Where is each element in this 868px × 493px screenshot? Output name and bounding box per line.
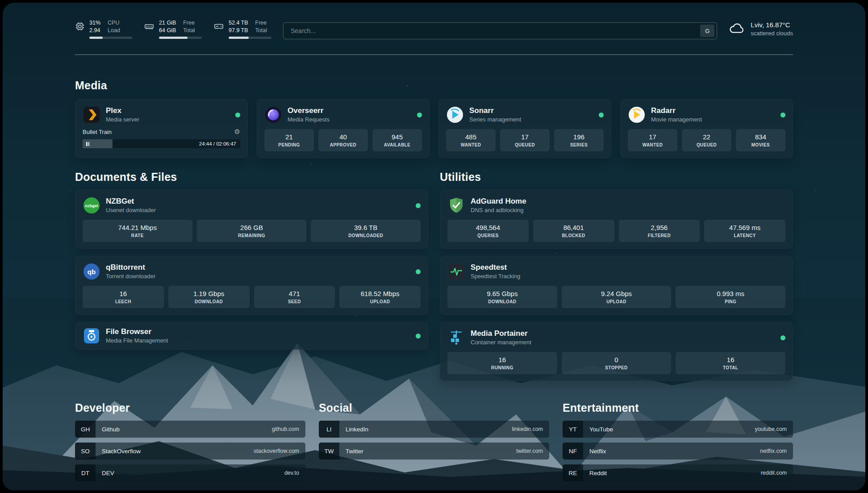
service-description: Speedtest Tracking: [471, 273, 520, 280]
service-description: Series management: [469, 116, 521, 123]
cpu-label: CPU: [108, 20, 120, 26]
adguard-icon: [447, 196, 465, 214]
bookmark-netflix[interactable]: NF Netflix netflix.com: [563, 443, 793, 460]
weather-location: Lviv, 16.87°C: [751, 21, 793, 29]
bookmark-url: reddit.com: [761, 470, 787, 476]
service-description: DNS and adblocking: [471, 207, 526, 213]
radarr-icon: [628, 106, 646, 124]
stat-leech: 16 LEECH: [83, 286, 164, 308]
memory-monitor: 21 GiB 64 GiB Free Total: [144, 20, 202, 39]
stat-blocked: 86,401 BLOCKED: [533, 220, 614, 242]
bookmark-group-social: Social LI LinkedIn linkedin.com TW Twitt…: [319, 401, 549, 486]
memory-usage-fill: [159, 37, 188, 39]
bookmark-name: StackOverflow: [102, 448, 141, 455]
service-name: Media Portainer: [471, 330, 531, 338]
stat-queries: 498,564 QUERIES: [447, 220, 529, 242]
service-card-adguard[interactable]: AdGuard Home DNS and adblocking 498,564 …: [440, 190, 793, 249]
service-name: AdGuard Home: [471, 197, 526, 206]
status-dot: [416, 203, 421, 208]
bookmark-url: linkedin.com: [512, 426, 543, 432]
service-description: Torrent downloader: [106, 273, 155, 280]
service-card-nzbget[interactable]: nzbget NZBGet Usenet downloader 74: [75, 190, 428, 249]
service-description: Movie management: [651, 116, 702, 123]
service-card-sonarr[interactable]: Sonarr Series management 485 WANTED 17 Q…: [438, 99, 611, 158]
bookmark-github[interactable]: GH Github github.com: [75, 421, 305, 438]
bookmark-abbr: SO: [75, 443, 96, 460]
stat-queued: 22 QUEUED: [682, 129, 731, 151]
service-card-qbittorrent[interactable]: qb qBittorrent Torrent downloader: [75, 256, 428, 315]
cpu-load-label: Load: [108, 27, 120, 33]
bookmark-abbr: TW: [319, 443, 339, 460]
stat-latency: 47.569 ms LATENCY: [704, 220, 785, 242]
section-title-documents: Documents & Files: [75, 171, 428, 184]
bookmark-abbr: GH: [75, 421, 96, 438]
service-card-plex[interactable]: Plex Media server Bullet Train ⚙ 24:44 /…: [75, 99, 248, 158]
cpu-usage-fill: [89, 37, 103, 39]
stat-remaining: 266 GB REMAINING: [197, 220, 307, 242]
bookmark-dev[interactable]: DT DEV dev.to: [75, 464, 305, 481]
bookmark-youtube[interactable]: YT YouTube youtube.com: [563, 421, 793, 438]
stat-download: 9.65 Gbps DOWNLOAD: [447, 286, 557, 308]
service-name: Sonarr: [469, 107, 521, 115]
cloud-icon: [729, 22, 745, 36]
search-provider-button[interactable]: G: [700, 25, 714, 37]
qbittorrent-icon: qb: [83, 263, 100, 280]
bookmark-twitter[interactable]: TW Twitter twitter.com: [319, 443, 549, 460]
bookmark-abbr: LI: [319, 421, 339, 438]
bookmark-group-developer: Developer GH Github github.com SO StackO…: [75, 401, 305, 486]
storage-free-label: Free: [255, 20, 267, 26]
bookmark-reddit[interactable]: RE Reddit reddit.com: [563, 464, 793, 481]
bookmark-group-title: Developer: [75, 401, 305, 414]
portainer-icon: [447, 329, 465, 347]
stat-stopped: 0 STOPPED: [562, 352, 672, 374]
service-card-speedtest[interactable]: Speedtest Speedtest Tracking 9.65 Gbps D…: [440, 256, 793, 315]
service-card-radarr[interactable]: Radarr Movie management 17 WANTED 22 QUE…: [620, 99, 793, 158]
weather-widget: Lviv, 16.87°C scattered clouds: [729, 21, 793, 37]
stat-total: 16 TOTAL: [676, 352, 785, 374]
bookmark-url: stackoverflow.com: [254, 448, 299, 454]
service-name: NZBGet: [106, 197, 156, 206]
service-card-portainer[interactable]: Media Portainer Container management 16 …: [440, 322, 793, 381]
svg-text:nzbget: nzbget: [85, 204, 98, 208]
memory-usage-bar: [159, 37, 202, 39]
bookmark-url: github.com: [272, 426, 299, 432]
ram-icon: [144, 21, 154, 39]
service-card-filebrowser[interactable]: File Browser Media File Management: [75, 322, 428, 350]
documents-column: Documents & Files nzbget: [75, 171, 428, 381]
overseerr-icon: [264, 106, 282, 124]
search-input[interactable]: [290, 27, 700, 35]
stat-ping: 0.993 ms PING: [676, 286, 785, 308]
dashboard-content: 31% 2.94 CPU Load: [3, 3, 865, 490]
service-name: Overseerr: [288, 107, 330, 115]
service-name: Radarr: [651, 107, 702, 115]
bookmark-group-title: Entertainment: [563, 401, 793, 414]
stat-filtered: 2,956 FILTERED: [619, 220, 700, 242]
weather-condition: scattered clouds: [751, 30, 793, 37]
memory-free-value: 21 GiB: [159, 20, 176, 26]
service-name: qBittorrent: [106, 263, 155, 272]
bookmark-linkedin[interactable]: LI LinkedIn linkedin.com: [319, 421, 549, 438]
bookmark-name: Github: [102, 426, 120, 433]
now-playing-progress-bar[interactable]: 24:44 / 02:06:47: [83, 139, 240, 148]
stat-queued: 17 QUEUED: [500, 129, 550, 151]
service-description: Usenet downloader: [106, 207, 156, 213]
storage-usage-fill: [229, 37, 249, 39]
stat-running: 16 RUNNING: [447, 352, 557, 374]
status-dot: [235, 113, 240, 117]
bookmark-abbr: DT: [75, 464, 96, 481]
storage-usage-bar: [229, 37, 271, 39]
service-name: File Browser: [106, 328, 168, 336]
search-bar: G: [283, 22, 717, 39]
pause-icon[interactable]: [86, 142, 89, 146]
memory-total-value: 64 GiB: [159, 27, 176, 33]
bookmark-stackoverflow[interactable]: SO StackOverflow stackoverflow.com: [75, 443, 305, 460]
bookmark-name: Reddit: [589, 470, 607, 476]
stat-approved: 40 APPROVED: [318, 129, 368, 151]
gear-icon[interactable]: ⚙: [234, 128, 240, 136]
stat-pending: 21 PENDING: [264, 129, 314, 151]
stat-downloaded: 39.6 TB DOWNLOADED: [311, 220, 421, 242]
utilities-column: Utilities: [440, 171, 793, 381]
status-dot: [780, 335, 785, 340]
service-card-overseerr[interactable]: Overseerr Media Requests 21 PENDING 40 A…: [257, 99, 430, 158]
header-divider: [75, 54, 793, 55]
